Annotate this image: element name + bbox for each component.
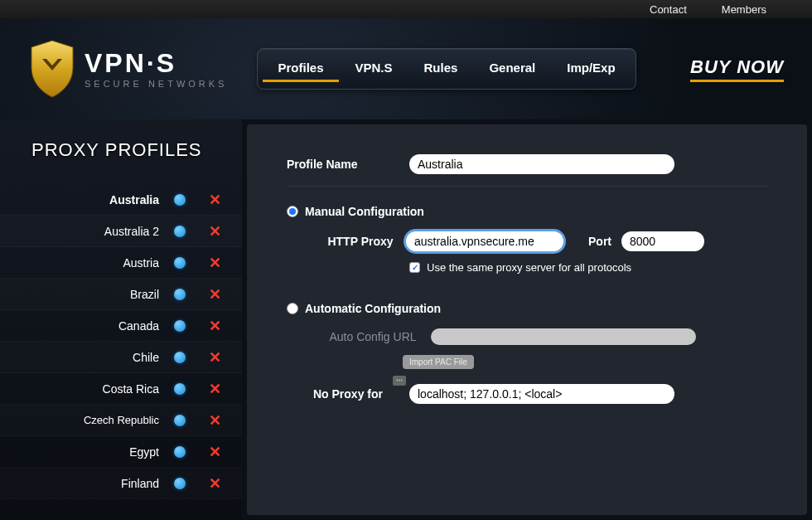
auto-config-label: Automatic Configuration (305, 302, 441, 315)
list-item: Egypt✕ (0, 436, 242, 468)
profile-name[interactable]: Czech Republic (0, 414, 174, 426)
list-item: Brazil✕ (0, 279, 242, 310)
profile-name[interactable]: Finland (0, 477, 174, 490)
header: VPN·S SECURE NETWORKS Profiles VPN.S Rul… (0, 18, 812, 119)
tab-general[interactable]: General (474, 56, 550, 82)
status-dot-icon[interactable] (174, 257, 186, 269)
delete-icon[interactable]: ✕ (207, 411, 222, 430)
profile-name[interactable]: Costa Rica (0, 382, 174, 396)
profile-name[interactable]: Canada (0, 319, 174, 333)
status-dot-icon[interactable] (174, 194, 186, 206)
manual-config-radio[interactable] (287, 206, 298, 217)
tab-vpns[interactable]: VPN.S (341, 56, 408, 82)
port-input[interactable] (621, 231, 704, 251)
delete-icon[interactable]: ✕ (207, 317, 222, 335)
tab-rules[interactable]: Rules (409, 56, 473, 82)
list-item: Australia✕ (0, 184, 242, 216)
logo: VPN·S SECURE NETWORKS (28, 39, 227, 99)
profile-name[interactable]: Egypt (0, 445, 174, 459)
status-dot-icon[interactable] (174, 320, 186, 332)
buy-now-button[interactable]: BUY NOW (690, 56, 784, 82)
divider (287, 186, 767, 187)
list-item: Finland✕ (0, 468, 242, 499)
status-dot-icon[interactable] (174, 226, 186, 237)
auto-url-input (431, 328, 696, 345)
list-item: Czech Republic✕ (0, 405, 242, 436)
status-dot-icon[interactable] (174, 478, 186, 489)
brand-subtitle: SECURE NETWORKS (85, 80, 227, 89)
delete-icon[interactable]: ✕ (207, 380, 222, 398)
profile-name[interactable]: Austria (0, 256, 174, 270)
list-item: Canada✕ (0, 310, 242, 342)
sidebar-title: PROXY PROFILES (31, 139, 242, 161)
same-server-checkbox[interactable] (409, 262, 420, 273)
list-item: Australia 2✕ (0, 216, 242, 247)
topbar-members[interactable]: Members (722, 3, 766, 16)
topbar-contact[interactable]: Contact (650, 3, 687, 16)
http-proxy-label: HTTP Proxy (315, 235, 406, 248)
auto-url-label: Auto Config URL (315, 330, 431, 343)
profile-name-label: Profile Name (287, 158, 409, 171)
main-nav: Profiles VPN.S Rules General Imp/Exp (257, 48, 636, 90)
delete-icon[interactable]: ✕ (207, 222, 222, 241)
profile-name[interactable]: Chile (0, 351, 174, 364)
help-icon: ⋯ (393, 376, 406, 386)
profile-name-input[interactable] (409, 154, 674, 174)
brand-name: VPN·S (85, 50, 227, 76)
http-proxy-input[interactable] (406, 231, 563, 251)
noproxy-label: No Proxy for (313, 387, 383, 401)
manual-config-label: Manual Configuration (305, 205, 424, 218)
list-item: Costa Rica✕ (0, 373, 242, 405)
delete-icon[interactable]: ✕ (207, 474, 222, 493)
same-server-label: Use the same proxy server for all protoc… (427, 261, 631, 274)
auto-config-radio[interactable] (287, 303, 298, 314)
status-dot-icon[interactable] (174, 446, 186, 458)
list-item: Austria✕ (0, 247, 242, 279)
sidebar: PROXY PROFILES Australia✕Australia 2✕Aus… (0, 119, 242, 520)
port-label: Port (588, 235, 611, 248)
status-dot-icon[interactable] (174, 415, 186, 426)
import-pac-button[interactable]: Import PAC File (403, 355, 474, 369)
status-dot-icon[interactable] (174, 352, 186, 363)
settings-panel: Profile Name Manual Configuration HTTP P… (247, 124, 807, 515)
profile-name[interactable]: Brazil (0, 288, 174, 301)
shield-icon (28, 39, 76, 99)
profile-name[interactable]: Australia (0, 193, 174, 207)
noproxy-input[interactable] (409, 384, 674, 404)
status-dot-icon[interactable] (174, 289, 186, 300)
profile-name[interactable]: Australia 2 (0, 225, 174, 238)
delete-icon[interactable]: ✕ (207, 191, 222, 209)
list-item: Chile✕ (0, 342, 242, 373)
tab-imp-exp[interactable]: Imp/Exp (552, 56, 630, 82)
delete-icon[interactable]: ✕ (207, 254, 222, 272)
delete-icon[interactable]: ✕ (207, 285, 222, 304)
delete-icon[interactable]: ✕ (207, 348, 222, 367)
delete-icon[interactable]: ✕ (207, 443, 222, 461)
tab-profiles[interactable]: Profiles (263, 56, 338, 82)
status-dot-icon[interactable] (174, 383, 186, 395)
